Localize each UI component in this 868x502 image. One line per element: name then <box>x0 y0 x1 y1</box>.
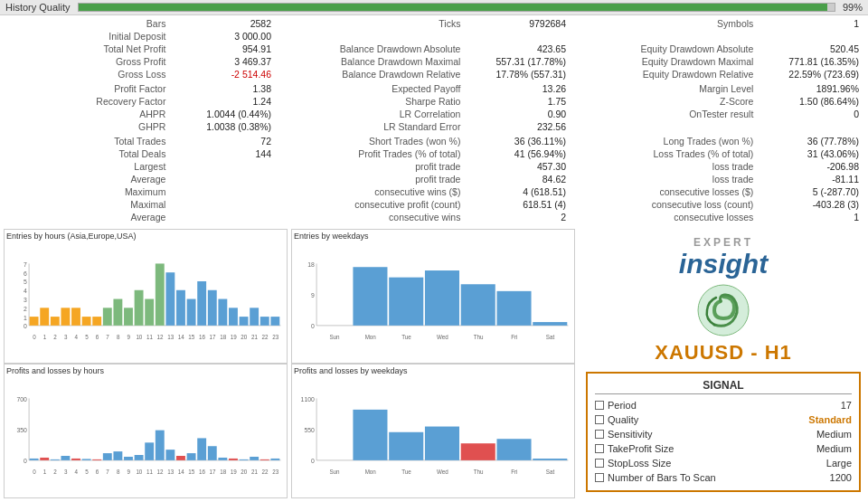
svg-text:15: 15 <box>188 334 194 340</box>
signal-row-left-2: Sensitivity <box>595 429 653 440</box>
stat-label-c3-3: Equity Drawdown Maximal <box>593 55 757 68</box>
svg-text:3: 3 <box>24 297 27 303</box>
svg-text:23: 23 <box>272 469 278 475</box>
stat-value-c2-1 <box>464 30 570 43</box>
svg-text:22: 22 <box>262 469 269 475</box>
stat-value-c2-4: 17.78% (557.31) <box>464 68 570 81</box>
stat-label-c2-8: LR Correlation <box>298 108 465 120</box>
stat-value-c2-12: 41 (56.94%) <box>464 147 570 160</box>
svg-text:1100: 1100 <box>301 396 315 403</box>
svg-text:0: 0 <box>33 334 36 340</box>
stat-value-c1-17 <box>169 211 275 223</box>
signal-checkbox-0[interactable] <box>595 401 604 410</box>
svg-text:17: 17 <box>210 469 216 475</box>
signal-row-0: Period 17 <box>595 398 852 412</box>
svg-text:22: 22 <box>262 334 269 340</box>
signal-row-left-0: Period <box>595 400 637 411</box>
svg-text:0: 0 <box>311 458 315 464</box>
stat-label-c3-9 <box>593 120 757 133</box>
svg-rect-21 <box>145 299 154 326</box>
svg-rect-100 <box>229 459 238 460</box>
expert-label: EXPERT <box>693 236 753 249</box>
svg-rect-134 <box>353 410 387 460</box>
stat-value-c1-16 <box>169 198 275 211</box>
signal-value-2: Medium <box>816 429 852 440</box>
pnl-weekdays-inner: 11005500SunMonTueWedThuFriSat <box>294 377 572 494</box>
svg-rect-28 <box>218 299 227 326</box>
stat-value-c3-14: -81.11 <box>757 173 863 185</box>
svg-text:16: 16 <box>199 469 205 475</box>
pnl-weekdays-svg: 11005500SunMonTueWedThuFriSat <box>294 377 572 494</box>
svg-text:9: 9 <box>311 292 315 298</box>
stat-label-c2-4: Balance Drawdown Relative <box>298 68 465 81</box>
svg-rect-16 <box>92 317 101 326</box>
signal-checkbox-3[interactable] <box>595 444 604 453</box>
signal-value-5: 1200 <box>830 472 852 483</box>
svg-rect-84 <box>61 456 70 460</box>
svg-text:12: 12 <box>157 469 164 475</box>
stat-label-c2-14: profit trade <box>298 173 465 185</box>
stat-value-c3-2: 520.45 <box>757 43 863 55</box>
stat-label-c2-17: consecutive wins <box>298 211 465 223</box>
stat-label-c3-16: consecutive loss (count) <box>593 198 757 211</box>
pnl-weekdays-chart: Profits and losses by weekdays 11005500S… <box>291 364 575 498</box>
svg-text:11: 11 <box>146 334 153 340</box>
svg-text:700: 700 <box>16 396 27 403</box>
stat-label-c1-4: Gross Loss <box>5 68 169 81</box>
signal-value-0: 17 <box>841 400 852 411</box>
svg-rect-12 <box>51 317 60 326</box>
signal-checkbox-2[interactable] <box>595 430 604 439</box>
svg-text:Thu: Thu <box>474 334 484 340</box>
signal-row-left-1: Quality <box>595 414 638 425</box>
svg-text:15: 15 <box>188 469 194 475</box>
stat-label-c2-2: Balance Drawdown Absolute <box>298 43 465 55</box>
signal-checkbox-5[interactable] <box>595 473 604 482</box>
stats-section: Bars 2582 Ticks 9792684 Symbols 1 Initia… <box>0 15 868 225</box>
stat-label-c1-16: Maximal <box>5 198 169 211</box>
signal-row-1: Quality Standard <box>595 412 852 427</box>
svg-text:5: 5 <box>85 334 89 340</box>
stat-label-c3-7: Z-Score <box>593 95 757 108</box>
svg-rect-32 <box>260 317 269 326</box>
svg-text:18: 18 <box>220 469 226 475</box>
stat-label-c1-3: Gross Profit <box>5 55 169 68</box>
svg-rect-15 <box>82 317 91 326</box>
stat-label-c2-3: Balance Drawdown Maximal <box>298 55 465 68</box>
svg-rect-103 <box>260 459 269 460</box>
pnl-hours-title: Profits and losses by hours <box>6 366 285 375</box>
stat-label-c3-2: Equity Drawdown Absolute <box>593 43 757 55</box>
stat-label-c2-7: Sharpe Ratio <box>298 95 465 108</box>
svg-rect-88 <box>103 453 112 460</box>
svg-text:Wed: Wed <box>437 334 448 340</box>
svg-text:19: 19 <box>231 334 237 340</box>
svg-rect-102 <box>250 457 259 460</box>
stat-value-c1-12: 144 <box>169 147 275 160</box>
svg-rect-30 <box>240 317 249 326</box>
stat-value-c1-1: 3 000.00 <box>169 30 275 43</box>
svg-rect-85 <box>71 459 80 460</box>
svg-text:13: 13 <box>167 334 174 340</box>
stat-label-c1-12: Total Deals <box>5 147 169 160</box>
signal-checkbox-4[interactable] <box>595 459 604 468</box>
signal-row-2: Sensitivity Medium <box>595 427 852 441</box>
stat-label-c2-12: Profit Trades (% of total) <box>298 147 465 160</box>
svg-rect-82 <box>40 458 49 460</box>
signal-key-0: Period <box>608 400 637 411</box>
stat-value-c2-9: 232.56 <box>464 120 570 133</box>
svg-text:4: 4 <box>24 288 27 294</box>
svg-text:Sat: Sat <box>546 469 555 475</box>
stat-value-c1-0: 2582 <box>169 17 275 30</box>
svg-text:20: 20 <box>241 469 247 475</box>
stat-value-c1-8: 1.0044 (0.44%) <box>169 108 275 120</box>
svg-text:1: 1 <box>43 469 47 475</box>
svg-text:1: 1 <box>24 315 27 321</box>
pnl-hours-inner: 7003500012345678910111213141516171819202… <box>6 377 285 494</box>
stat-value-c2-15: 4 (618.51) <box>464 185 570 198</box>
stat-value-c1-3: 3 469.37 <box>169 55 275 68</box>
stat-label-c2-13: profit trade <box>298 160 465 173</box>
signal-checkbox-1[interactable] <box>595 415 604 424</box>
svg-rect-67 <box>496 291 531 326</box>
svg-text:7: 7 <box>106 469 109 475</box>
svg-rect-95 <box>176 456 185 460</box>
signal-key-4: StopLoss Size <box>608 458 671 469</box>
